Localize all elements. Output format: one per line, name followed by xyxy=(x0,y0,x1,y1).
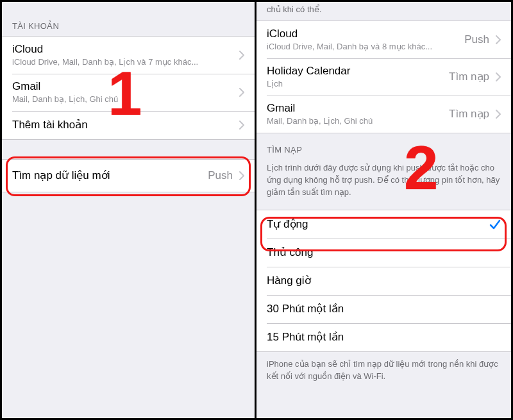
option-label: Thủ công xyxy=(267,246,501,259)
fetch-option-30min[interactable]: 30 Phút một lần xyxy=(256,295,511,323)
truncated-header-text: chủ khi có thể. xyxy=(256,2,511,21)
accounts-pane: Tài khoản iCloud iCloud Drive, Mail, Dan… xyxy=(2,2,256,418)
account-title: iCloud xyxy=(12,43,233,56)
account-subtitle: Mail, Danh bạ, Lịch, Ghi chú xyxy=(267,116,444,126)
account-subtitle: Lịch xyxy=(267,79,444,89)
checkmark-icon xyxy=(489,219,501,230)
accounts-group: iCloud iCloud Drive, Mail, Danh bạ, Lịch… xyxy=(2,36,255,140)
fetch-row-title: Tìm nạp dữ liệu mới xyxy=(12,169,203,182)
fetch-account-row-gmail[interactable]: Gmail Mail, Danh bạ, Lịch, Ghi chú Tìm n… xyxy=(256,96,511,133)
chevron-right-icon xyxy=(239,88,244,97)
chevron-right-icon xyxy=(496,110,501,119)
fetch-option-hourly[interactable]: Hàng giờ xyxy=(256,267,511,295)
chevron-right-icon xyxy=(239,121,244,130)
fetch-row-detail: Push xyxy=(208,169,233,182)
fetch-account-row-holiday[interactable]: Holiday Calendar Lịch Tìm nạp xyxy=(256,58,511,96)
account-fetch-mode: Tìm nạp xyxy=(449,70,489,83)
fetch-option-manual[interactable]: Thủ công xyxy=(256,239,511,267)
fetch-schedule-group: Tự động Thủ công Hàng giờ 30 Phút một lầ… xyxy=(256,210,511,352)
fetch-account-row-icloud[interactable]: iCloud iCloud Drive, Mail, Danh bạ và 8 … xyxy=(256,21,511,58)
fetch-bottom-note: iPhone của bạn sẽ chỉ tìm nạp dữ liệu mớ… xyxy=(256,352,511,394)
account-title: iCloud xyxy=(267,28,459,40)
section-header-fetch: Tìm nạp xyxy=(256,133,511,160)
fetch-group: Tìm nạp dữ liệu mới Push xyxy=(2,159,255,192)
option-label: Hàng giờ xyxy=(267,274,501,287)
chevron-right-icon xyxy=(239,171,244,180)
account-subtitle: Mail, Danh bạ, Lịch, Ghi chú xyxy=(12,94,233,105)
option-label: 30 Phút một lần xyxy=(267,303,501,315)
fetch-accounts-group: iCloud iCloud Drive, Mail, Danh bạ và 8 … xyxy=(256,21,511,133)
chevron-right-icon xyxy=(496,72,501,81)
fetch-new-data-row[interactable]: Tìm nạp dữ liệu mới Push xyxy=(2,160,255,192)
account-fetch-mode: Tìm nạp xyxy=(449,107,489,121)
account-row-icloud[interactable]: iCloud iCloud Drive, Mail, Danh bạ, Lịch… xyxy=(2,37,255,74)
fetch-explainer-text: Lịch trình dưới đây được sử dụng khi pus… xyxy=(256,160,511,210)
account-row-gmail[interactable]: Gmail Mail, Danh bạ, Lịch, Ghi chú xyxy=(2,74,255,111)
add-account-label: Thêm tài khoản xyxy=(12,119,233,131)
account-subtitle: iCloud Drive, Mail, Danh bạ và 8 mục khá… xyxy=(267,42,459,52)
chevron-right-icon xyxy=(239,51,244,60)
add-account-row[interactable]: Thêm tài khoản xyxy=(2,111,255,139)
account-subtitle: iCloud Drive, Mail, Danh bạ, Lịch và 7 m… xyxy=(12,57,233,67)
fetch-settings-pane: chủ khi có thể. iCloud iCloud Drive, Mai… xyxy=(256,2,511,418)
chevron-right-icon xyxy=(496,35,501,44)
account-title: Gmail xyxy=(12,80,233,93)
account-fetch-mode: Push xyxy=(464,33,489,46)
account-title: Holiday Calendar xyxy=(267,65,444,78)
fetch-option-15min[interactable]: 15 Phút một lần xyxy=(256,323,511,351)
fetch-option-auto[interactable]: Tự động xyxy=(256,210,511,239)
account-title: Gmail xyxy=(267,102,444,115)
section-header-accounts: Tài khoản xyxy=(2,2,255,36)
option-label: 15 Phút một lần xyxy=(267,331,501,344)
option-label: Tự động xyxy=(267,218,483,231)
